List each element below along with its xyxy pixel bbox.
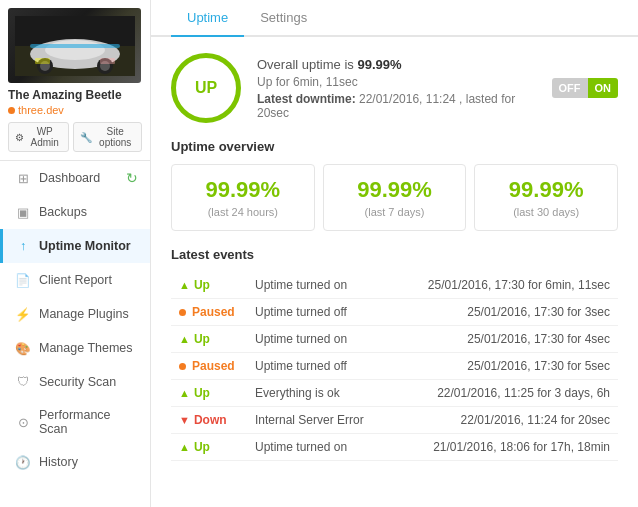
toggle-on-label: ON: [588, 78, 619, 98]
table-row: ▲Up Everything is ok 22/01/2016, 11:25 f…: [171, 380, 618, 407]
overview-percent-30d: 99.99%: [487, 177, 605, 203]
content-area: UP Overall uptime is 99.99% Up for 6min,…: [151, 37, 638, 507]
event-status: ▼Down: [179, 413, 239, 427]
plug-icon: ⚡: [15, 306, 31, 322]
file-icon: 📄: [15, 272, 31, 288]
shield-icon: 🛡: [15, 374, 31, 390]
grid-icon: ⊞: [15, 170, 31, 186]
events-title: Latest events: [171, 247, 618, 262]
status-info: Overall uptime is 99.99% Up for 6min, 11…: [257, 57, 536, 120]
event-description: Uptime turned off: [247, 353, 390, 380]
sidebar-item-client-report[interactable]: 📄 Client Report: [0, 263, 150, 297]
event-status: Paused: [179, 359, 239, 373]
event-time: 25/01/2016, 17:30 for 3sec: [390, 299, 618, 326]
svg-rect-8: [30, 44, 120, 48]
event-status-cell: Paused: [171, 353, 247, 380]
sidebar-item-manage-plugins[interactable]: ⚡ Manage Plugins: [0, 297, 150, 331]
arrow-up-icon: ▲: [179, 333, 190, 345]
arrow-up-icon: ▲: [179, 387, 190, 399]
dot-icon: [179, 363, 186, 370]
uptime-circle: UP: [171, 53, 241, 123]
wp-admin-button[interactable]: ⚙ WP Admin: [8, 122, 69, 152]
event-status-cell: ▲Up: [171, 434, 247, 461]
svg-rect-10: [100, 58, 115, 64]
event-status-cell: ▼Down: [171, 407, 247, 434]
overview-percent-24h: 99.99%: [184, 177, 302, 203]
clock-icon: 🕐: [15, 454, 31, 470]
latest-downtime: Latest downtime: 22/01/2016, 11:24 , las…: [257, 92, 536, 120]
overview-grid: 99.99% (last 24 hours) 99.99% (last 7 da…: [171, 164, 618, 231]
wrench-icon: 🔧: [80, 132, 92, 143]
sidebar-item-uptime[interactable]: ↑ Uptime Monitor: [0, 229, 150, 263]
sidebar-item-backups[interactable]: ▣ Backups: [0, 195, 150, 229]
toggle-off-label: OFF: [552, 78, 588, 98]
event-status-cell: ▲Up: [171, 272, 247, 299]
sidebar-item-manage-themes[interactable]: 🎨 Manage Themes: [0, 331, 150, 365]
sidebar-item-history[interactable]: 🕐 History: [0, 445, 150, 479]
overview-label-24h: (last 24 hours): [184, 206, 302, 218]
main-content: Uptime Settings UP Overall uptime is 99.…: [151, 0, 638, 507]
overview-card-30d: 99.99% (last 30 days): [474, 164, 618, 231]
arrow-down-icon: ▼: [179, 414, 190, 426]
status-dot: [8, 107, 15, 114]
admin-icon: ⚙: [15, 132, 24, 143]
site-thumbnail: [8, 8, 141, 83]
site-actions: ⚙ WP Admin 🔧 Site options: [8, 122, 142, 152]
site-domain: three.dev: [8, 104, 142, 116]
svg-point-3: [45, 40, 105, 60]
site-name: The Amazing Beetle: [8, 88, 142, 102]
uptime-toggle[interactable]: OFF ON: [552, 78, 619, 98]
uptime-duration: Up for 6min, 11sec: [257, 75, 536, 89]
site-card: The Amazing Beetle three.dev ⚙ WP Admin …: [0, 0, 150, 161]
event-time: 25/01/2016, 17:30 for 6min, 11sec: [390, 272, 618, 299]
event-status: ▲Up: [179, 440, 239, 454]
svg-rect-9: [35, 58, 50, 64]
event-description: Uptime turned off: [247, 299, 390, 326]
sidebar-item-dashboard[interactable]: ⊞ Dashboard ↻: [0, 161, 150, 195]
box-icon: ▣: [15, 204, 31, 220]
table-row: Paused Uptime turned off 25/01/2016, 17:…: [171, 299, 618, 326]
table-row: ▼Down Internal Server Error 22/01/2016, …: [171, 407, 618, 434]
tab-settings[interactable]: Settings: [244, 0, 323, 37]
site-options-button[interactable]: 🔧 Site options: [73, 122, 142, 152]
up-label: UP: [195, 79, 217, 97]
sidebar-nav: ⊞ Dashboard ↻ ▣ Backups ↑ Uptime Monitor…: [0, 161, 150, 479]
event-time: 22/01/2016, 11:24 for 20sec: [390, 407, 618, 434]
overview-label-30d: (last 30 days): [487, 206, 605, 218]
table-row: Paused Uptime turned off 25/01/2016, 17:…: [171, 353, 618, 380]
dot-icon: [179, 309, 186, 316]
arrow-up-icon: ▲: [179, 279, 190, 291]
refresh-icon: ↻: [126, 170, 138, 186]
event-description: Uptime turned on: [247, 326, 390, 353]
overview-label-7d: (last 7 days): [336, 206, 454, 218]
sidebar: The Amazing Beetle three.dev ⚙ WP Admin …: [0, 0, 151, 507]
tab-uptime[interactable]: Uptime: [171, 0, 244, 37]
event-description: Uptime turned on: [247, 434, 390, 461]
event-status: Paused: [179, 305, 239, 319]
events-table: ▲Up Uptime turned on 25/01/2016, 17:30 f…: [171, 272, 618, 461]
status-title: Overall uptime is 99.99%: [257, 57, 536, 72]
table-row: ▲Up Uptime turned on 25/01/2016, 17:30 f…: [171, 326, 618, 353]
sidebar-item-security-scan[interactable]: 🛡 Security Scan: [0, 365, 150, 399]
event-status: ▲Up: [179, 386, 239, 400]
event-description: Internal Server Error: [247, 407, 390, 434]
overview-card-24h: 99.99% (last 24 hours): [171, 164, 315, 231]
gauge-icon: ⊙: [15, 414, 31, 430]
sidebar-item-performance-scan[interactable]: ⊙ Performance Scan: [0, 399, 150, 445]
event-status: ▲Up: [179, 332, 239, 346]
status-bar: UP Overall uptime is 99.99% Up for 6min,…: [171, 53, 618, 123]
event-time: 21/01/2016, 18:06 for 17h, 18min: [390, 434, 618, 461]
overview-title: Uptime overview: [171, 139, 618, 154]
event-time: 25/01/2016, 17:30 for 5sec: [390, 353, 618, 380]
table-row: ▲Up Uptime turned on 25/01/2016, 17:30 f…: [171, 272, 618, 299]
table-row: ▲Up Uptime turned on 21/01/2016, 18:06 f…: [171, 434, 618, 461]
event-status-cell: ▲Up: [171, 326, 247, 353]
event-status: ▲Up: [179, 278, 239, 292]
overview-percent-7d: 99.99%: [336, 177, 454, 203]
event-time: 25/01/2016, 17:30 for 4sec: [390, 326, 618, 353]
toggle-switch[interactable]: OFF ON: [552, 78, 619, 98]
event-status-cell: ▲Up: [171, 380, 247, 407]
paint-icon: 🎨: [15, 340, 31, 356]
arrow-up-icon: ▲: [179, 441, 190, 453]
event-description: Uptime turned on: [247, 272, 390, 299]
